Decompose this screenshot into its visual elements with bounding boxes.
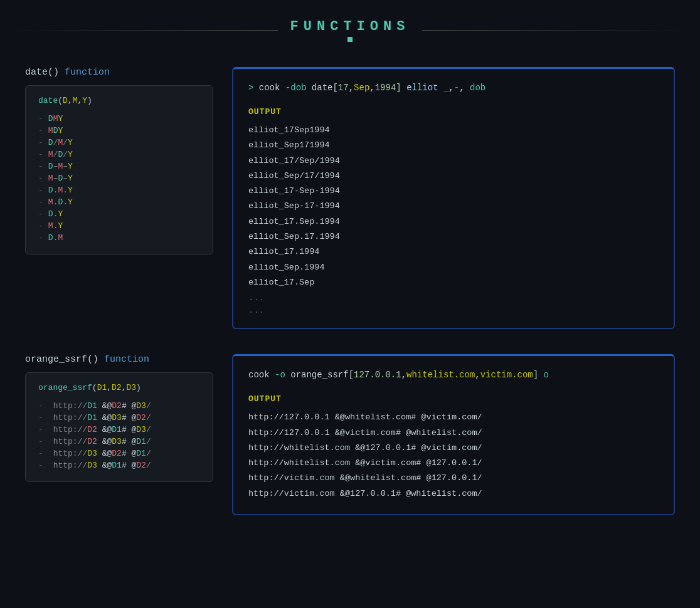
date-func-box: date(D,M,Y) - DMY - MDY - D/M/Y - M/D/Y … [25, 85, 213, 254]
header-line-left [13, 30, 278, 31]
date-output-label: OUTPUT [248, 107, 659, 117]
date-opt-m-d-y-dot: - M.D.Y [38, 196, 200, 208]
date-out-ellipsis-2: ... [248, 305, 659, 315]
ssrf-out-6: http://victim.com &@127.0.0.1# @whitelis… [248, 486, 659, 501]
date-opt-d-m-y-dash: - D–M–Y [38, 160, 200, 172]
ssrf-out-4: http://whitelist.com &@victim.com# @127.… [248, 456, 659, 471]
page-title: FUNCTIONS [290, 19, 410, 34]
date-out-11: elliot_17.Sep [248, 275, 659, 290]
date-out-8: elliot_Sep.17.1994 [248, 229, 659, 244]
main-content: date() function date(D,M,Y) - DMY - MDY … [0, 55, 700, 553]
ssrf-func-box: orange_ssrf(D1,D2,D3) - http://D1 &@D2# … [25, 372, 213, 482]
date-opt-m-d-y-dash: - M–D–Y [38, 172, 200, 184]
ssrf-func-signature: orange_ssrf(D1,D2,D3) [38, 383, 200, 392]
date-terminal: > cook -dob date[17,Sep,1994] elliot _,-… [232, 67, 675, 329]
ssrf-terminal: cook -o orange_ssrf[127.0.0.1,whitelist.… [232, 354, 675, 515]
date-func-signature: date(D,M,Y) [38, 96, 200, 105]
date-out-2: elliot_Sep171994 [248, 138, 659, 153]
date-opt-d-m: - D.M [38, 232, 200, 244]
ssrf-func-label: orange_ssrf() function [25, 354, 213, 365]
date-func-label: date() function [25, 67, 213, 78]
header-line-right [422, 30, 687, 31]
date-opt-d-y: - D.Y [38, 208, 200, 220]
date-out-ellipsis-1: ... [248, 293, 659, 303]
date-opt-d-m-y-slash: - D/M/Y [38, 137, 200, 149]
ssrf-opt-1: - http://D1 &@D2# @D3/ [38, 400, 200, 412]
ssrf-func-keyword: function [104, 354, 149, 365]
ssrf-opt-4: - http://D2 &@D3# @D1/ [38, 436, 200, 448]
ssrf-output-lines: http://127.0.0.1 &@whitelist.com# @victi… [248, 410, 659, 501]
page-header: FUNCTIONS [0, 0, 700, 55]
date-opt-m-d-y-slash: - M/D/Y [38, 149, 200, 160]
ssrf-out-2: http://127.0.0.1 &@victim.com# @whitelis… [248, 426, 659, 441]
date-out-9: elliot_17.1994 [248, 244, 659, 259]
date-opt-m-y: - M.Y [38, 220, 200, 232]
ssrf-out-5: http://victim.com &@whitelist.com# @127.… [248, 471, 659, 486]
date-func-name: date() [25, 67, 65, 78]
date-out-4: elliot_Sep/17/1994 [248, 169, 659, 184]
date-command: > cook -dob date[17,Sep,1994] elliot _,-… [248, 81, 659, 95]
ssrf-command: cook -o orange_ssrf[127.0.0.1,whitelist.… [248, 369, 659, 382]
ssrf-out-3: http://whitelist.com &@127.0.0.1# @victi… [248, 441, 659, 456]
date-output-lines: elliot_17Sep1994 elliot_Sep171994 elliot… [248, 123, 659, 315]
ssrf-out-1: http://127.0.0.1 &@whitelist.com# @victi… [248, 410, 659, 425]
date-out-10: elliot_Sep.1994 [248, 260, 659, 275]
date-opt-dmy: - DMY [38, 113, 200, 125]
date-opt-d-m-y-dot: - D.M.Y [38, 184, 200, 196]
date-func-keyword: function [65, 67, 110, 78]
date-out-1: elliot_17Sep1994 [248, 123, 659, 138]
ssrf-opt-5: - http://D3 &@D2# @D1/ [38, 448, 200, 459]
ssrf-function-section: orange_ssrf() function orange_ssrf(D1,D2… [25, 354, 675, 515]
header-dot [347, 37, 353, 42]
date-func-panel: date() function date(D,M,Y) - DMY - MDY … [25, 67, 213, 254]
ssrf-opt-3: - http://D2 &@D1# @D3/ [38, 424, 200, 436]
ssrf-func-name: orange_ssrf() [25, 354, 104, 365]
date-out-5: elliot_17-Sep-1994 [248, 184, 659, 199]
ssrf-opt-2: - http://D1 &@D3# @D2/ [38, 412, 200, 424]
date-function-section: date() function date(D,M,Y) - DMY - MDY … [25, 67, 675, 329]
date-out-3: elliot_17/Sep/1994 [248, 154, 659, 169]
ssrf-opt-6: - http://D3 &@D1# @D2/ [38, 459, 200, 471]
header-center: FUNCTIONS [290, 19, 410, 42]
date-out-6: elliot_Sep-17-1994 [248, 199, 659, 214]
ssrf-func-panel: orange_ssrf() function orange_ssrf(D1,D2… [25, 354, 213, 482]
ssrf-output-label: OUTPUT [248, 394, 659, 404]
date-out-7: elliot_17.Sep.1994 [248, 214, 659, 229]
date-opt-mdy: - MDY [38, 125, 200, 137]
